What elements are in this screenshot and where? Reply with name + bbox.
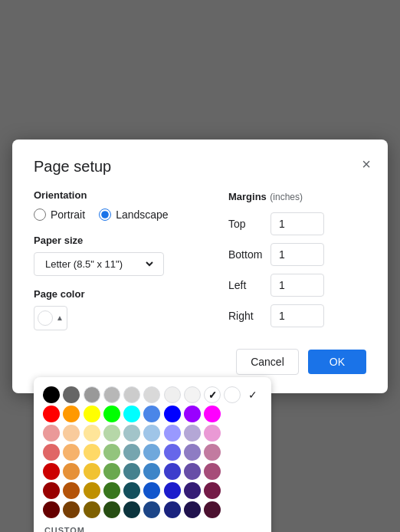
color-swatch[interactable] xyxy=(164,463,181,480)
color-swatch[interactable] xyxy=(103,386,120,403)
dialog-footer: Cancel OK xyxy=(34,349,366,375)
color-swatch[interactable] xyxy=(184,425,201,442)
color-swatch[interactable] xyxy=(204,425,221,442)
color-swatch[interactable] xyxy=(184,463,201,480)
color-selected-indicator: ✓ xyxy=(244,386,261,403)
color-swatch[interactable] xyxy=(43,406,60,422)
right-input[interactable] xyxy=(270,304,324,327)
portrait-label: Portrait xyxy=(51,209,85,221)
paper-size-label: Paper size xyxy=(34,235,228,246)
bottom-margin-row: Bottom xyxy=(228,243,366,266)
color-swatch[interactable] xyxy=(63,463,80,480)
color-picker-dropdown: ✓✓ CUSTOM ⊕ xyxy=(34,377,271,533)
color-swatch[interactable] xyxy=(103,482,120,499)
color-swatch[interactable] xyxy=(164,501,181,518)
color-swatch[interactable] xyxy=(123,482,140,499)
cancel-button[interactable]: Cancel xyxy=(236,349,299,375)
color-swatch[interactable] xyxy=(143,406,160,422)
color-preview xyxy=(38,310,53,326)
color-swatch[interactable] xyxy=(43,482,60,499)
color-swatch[interactable] xyxy=(184,501,201,518)
color-swatch[interactable] xyxy=(164,425,181,442)
color-swatch[interactable] xyxy=(164,406,181,422)
bottom-input[interactable] xyxy=(270,243,324,266)
landscape-radio[interactable] xyxy=(99,209,111,221)
paper-size-dropdown[interactable]: Letter (8.5" x 11") A4 (8.27" x 11.69") … xyxy=(42,258,156,271)
color-dropdown-arrow: ▲ xyxy=(56,314,64,322)
color-swatch[interactable] xyxy=(204,482,221,499)
left-input[interactable] xyxy=(270,274,324,297)
color-swatch[interactable] xyxy=(123,501,140,518)
color-swatch[interactable] xyxy=(63,501,80,518)
color-swatch[interactable] xyxy=(43,501,60,518)
color-swatch[interactable] xyxy=(103,406,120,422)
color-swatch[interactable] xyxy=(184,444,201,461)
landscape-option[interactable]: Landscape xyxy=(99,209,169,221)
color-swatch[interactable] xyxy=(103,425,120,442)
color-swatch[interactable] xyxy=(204,463,221,480)
color-swatch[interactable] xyxy=(63,482,80,499)
orientation-row: Portrait Landscape xyxy=(34,209,228,221)
color-swatch[interactable] xyxy=(123,463,140,480)
color-swatch[interactable] xyxy=(103,444,120,461)
color-swatch[interactable] xyxy=(84,425,100,442)
landscape-label: Landscape xyxy=(116,209,169,221)
color-swatch[interactable] xyxy=(164,386,181,403)
left-margin-row: Left xyxy=(228,274,366,297)
color-swatch[interactable] xyxy=(63,425,80,442)
margins-unit: (inches) xyxy=(270,192,303,202)
color-swatch[interactable] xyxy=(143,463,160,480)
color-swatch[interactable] xyxy=(63,406,80,422)
color-swatch[interactable] xyxy=(84,482,100,499)
ok-button[interactable]: OK xyxy=(308,350,366,374)
color-swatch[interactable]: ✓ xyxy=(204,386,221,403)
color-swatch[interactable] xyxy=(123,386,140,403)
top-margin-row: Top xyxy=(228,212,366,235)
margins-label: Margins xyxy=(228,191,267,202)
color-swatch[interactable] xyxy=(123,406,140,422)
color-swatch[interactable] xyxy=(63,444,80,461)
color-swatch[interactable] xyxy=(43,425,60,442)
color-swatch[interactable] xyxy=(123,425,140,442)
page-color-button[interactable]: ▲ xyxy=(34,306,67,330)
color-swatch[interactable] xyxy=(164,444,181,461)
color-swatch[interactable] xyxy=(103,501,120,518)
color-swatch[interactable] xyxy=(43,463,60,480)
color-swatch[interactable] xyxy=(84,463,100,480)
color-swatch[interactable] xyxy=(184,406,201,422)
page-setup-dialog: Page setup × Orientation Portrait Landsc… xyxy=(12,140,388,393)
right-margin-row: Right xyxy=(228,304,366,327)
page-color-label: Page color xyxy=(34,288,228,300)
top-input[interactable] xyxy=(270,212,324,235)
bottom-label: Bottom xyxy=(228,248,270,261)
color-swatch[interactable] xyxy=(84,501,100,518)
color-swatch[interactable] xyxy=(204,501,221,518)
color-swatch[interactable] xyxy=(143,501,160,518)
color-swatch[interactable] xyxy=(63,386,80,403)
color-swatch[interactable] xyxy=(143,386,160,403)
color-swatch[interactable] xyxy=(204,444,221,461)
top-label: Top xyxy=(228,218,270,230)
color-swatch[interactable] xyxy=(184,482,201,499)
close-button[interactable]: × xyxy=(359,153,374,175)
color-swatch[interactable] xyxy=(204,406,221,422)
color-swatch[interactable] xyxy=(43,386,60,403)
color-swatch[interactable] xyxy=(43,444,60,461)
color-swatch[interactable] xyxy=(84,406,100,422)
color-swatch[interactable] xyxy=(164,482,181,499)
color-swatch[interactable] xyxy=(143,444,160,461)
color-swatch[interactable] xyxy=(143,482,160,499)
orientation-label: Orientation xyxy=(34,189,228,201)
color-swatch[interactable] xyxy=(224,386,241,403)
color-swatch[interactable] xyxy=(84,444,100,461)
right-label: Right xyxy=(228,310,270,322)
paper-size-select[interactable]: Letter (8.5" x 11") A4 (8.27" x 11.69") … xyxy=(34,252,164,276)
portrait-option[interactable]: Portrait xyxy=(34,209,85,221)
color-swatch[interactable] xyxy=(84,386,100,403)
color-swatch[interactable] xyxy=(143,425,160,442)
color-swatch[interactable] xyxy=(103,463,120,480)
custom-section-label: CUSTOM xyxy=(44,526,262,533)
color-swatch[interactable] xyxy=(184,386,201,403)
portrait-radio[interactable] xyxy=(34,209,46,221)
color-swatch[interactable] xyxy=(123,444,140,461)
